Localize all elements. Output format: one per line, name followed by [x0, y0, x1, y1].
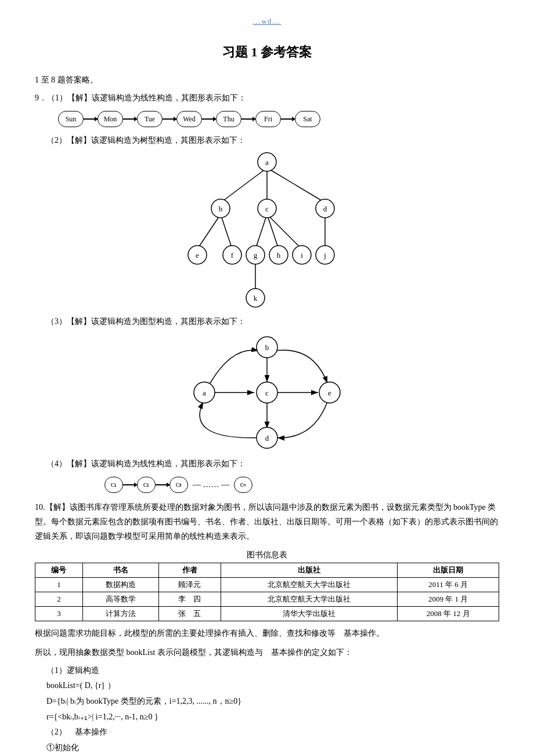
svg-text:h: h: [277, 251, 281, 260]
table-cell: 2008 年 12 月: [398, 606, 499, 621]
q9-4-intro: （4）【解】该逻辑构造为线性构造，其图形表示如下：: [46, 456, 499, 471]
q10-formula3: r={<bkᵢ,bᵢ₊₁>| i=1,2,···, n-1, n≥0 }: [46, 710, 499, 725]
book-table: 编号 书名 作者 出版社 出版日期 1数据构造顾泽元北京航空航天大学出版社201…: [35, 563, 499, 621]
node-fri: Fri: [255, 111, 281, 127]
graph-svg: b a c e d: [174, 334, 360, 451]
tree-svg: a b c d e f g h i j k: [145, 152, 389, 314]
svg-text:a: a: [265, 158, 269, 167]
formula-block: （1）逻辑构造 bookList=( D, {r} ） D={bᵢ| bᵢ为 b…: [46, 663, 499, 756]
arrow-2: [123, 118, 137, 120]
svg-line-4: [221, 214, 232, 249]
svg-text:g: g: [254, 251, 258, 260]
svg-text:a: a: [203, 388, 206, 397]
table-cell: 3: [35, 606, 83, 621]
node-cn: cₙ: [234, 477, 252, 493]
svg-text:d: d: [265, 434, 269, 442]
svg-text:c: c: [265, 388, 269, 397]
node-sun: Sun: [58, 111, 84, 127]
col-header-title: 书名: [82, 563, 158, 577]
svg-text:c: c: [265, 204, 269, 213]
table-cell: 计算方法: [82, 606, 158, 621]
node-c2: c₂: [137, 477, 156, 493]
svg-text:e: e: [328, 388, 331, 397]
q10-formula1: bookList=( D, {r} ）: [46, 678, 499, 694]
q10-sub1: （1）逻辑构造: [46, 663, 499, 679]
svg-text:b: b: [265, 343, 269, 352]
node-tue: Tue: [137, 111, 163, 127]
node-c1: c₁: [104, 477, 123, 493]
svg-text:b: b: [219, 204, 223, 213]
col-header-date: 出版日期: [398, 563, 499, 577]
table-cell: 高等数学: [82, 592, 158, 606]
node-wed: Wed: [176, 111, 202, 127]
svg-line-7: [267, 214, 302, 249]
col-header-author: 作者: [159, 563, 221, 577]
node-c3: c₃: [169, 477, 188, 493]
table-cell: 张 五: [159, 606, 221, 621]
table-header-row: 编号 书名 作者 出版社 出版日期: [35, 563, 499, 577]
page-title: 习题 1 参考答案: [35, 44, 499, 61]
q9-2-intro: （2）【解】该逻辑构造为树型构造，其图形表示如下：: [46, 133, 499, 147]
arrow-1: [84, 118, 98, 120]
linear-diagram: Sun Mon Tue Wed Thu Fri Sat: [58, 111, 499, 127]
table-cell: 2011 年 6 月: [398, 577, 499, 592]
svg-line-5: [255, 214, 267, 249]
graph-diagram-container: b a c e d: [35, 334, 499, 451]
table-cell: 清华大学出版社: [221, 606, 398, 621]
arrow-4: [202, 118, 216, 120]
svg-text:d: d: [323, 204, 327, 213]
ellipsis: — …… —: [188, 480, 234, 489]
table-cell: 2: [35, 592, 83, 606]
q10-text3: 所以，现用抽象数据类型 bookList 表示问题模型，其逻辑构造与 基本操作的…: [35, 645, 499, 660]
svg-line-3: [197, 214, 221, 249]
table-row: 2高等数学李 四北京航空航天大学出版社2009 年 1 月: [35, 592, 499, 606]
node-mon: Mon: [98, 111, 123, 127]
svg-line-2: [267, 168, 325, 203]
table-cell: 李 四: [159, 592, 221, 606]
svg-text:f: f: [231, 251, 234, 260]
svg-text:i: i: [301, 251, 303, 260]
svg-line-0: [221, 168, 267, 203]
q10-text2: 根据问题需求功能目标，此模型的所需的主要处理操作有插入、删除、查找和修改等 基本…: [35, 626, 499, 640]
book-table-body: 1数据构造顾泽元北京航空航天大学出版社2011 年 6 月2高等数学李 四北京航…: [35, 577, 499, 621]
cn-linear-diagram: c₁ c₂ c₃ — …… — cₙ: [104, 477, 499, 493]
svg-text:e: e: [196, 251, 199, 260]
svg-text:k: k: [254, 294, 258, 303]
tree-diagram-container: a b c d e f g h i j k: [35, 152, 499, 314]
q10-sub2: （2） 基本操作: [46, 725, 499, 740]
col-header-publisher: 出版社: [221, 563, 398, 577]
arrow-c1: [123, 484, 137, 485]
table-row: 3计算方法张 五清华大学出版社2008 年 12 月: [35, 606, 499, 621]
q10-formula2: D={bᵢ| bᵢ为 bookType 类型的元素，i=1,2,3, .....…: [46, 694, 499, 710]
q1-8-text: 1 至 8 题答案略。: [35, 73, 499, 87]
node-thu: Thu: [216, 111, 241, 127]
table-cell: 顾泽元: [159, 577, 221, 592]
table-title: 图书信息表: [35, 550, 499, 560]
table-cell: 北京航空航天大学出版社: [221, 577, 398, 592]
col-header-num: 编号: [35, 563, 83, 577]
q10-text1: 10.【解】该图书库存管理系统所要处理的数据对象为图书，所以该问题中涉及的数据元…: [35, 500, 499, 544]
q9-1-intro: 9．（1）【解】该逻辑构造为线性构造，其图形表示如下：: [35, 91, 499, 105]
node-sat: Sat: [295, 111, 320, 127]
q9-3-intro: （3）【解】该逻辑构造为图型构造，其图形表示如下：: [46, 314, 499, 329]
q10-sub3: ①初始化: [46, 740, 499, 756]
table-cell: 2009 年 1 月: [398, 592, 499, 606]
table-cell: 1: [35, 577, 83, 592]
arrow-3: [163, 118, 176, 120]
arrow-c2: [156, 484, 169, 485]
table-cell: 北京航空航天大学出版社: [221, 592, 398, 606]
arrow-6: [281, 118, 295, 120]
arrow-5: [241, 118, 255, 120]
top-line: ...wd...: [35, 17, 499, 26]
table-row: 1数据构造顾泽元北京航空航天大学出版社2011 年 6 月: [35, 577, 499, 592]
table-cell: 数据构造: [82, 577, 158, 592]
svg-text:j: j: [323, 251, 326, 260]
